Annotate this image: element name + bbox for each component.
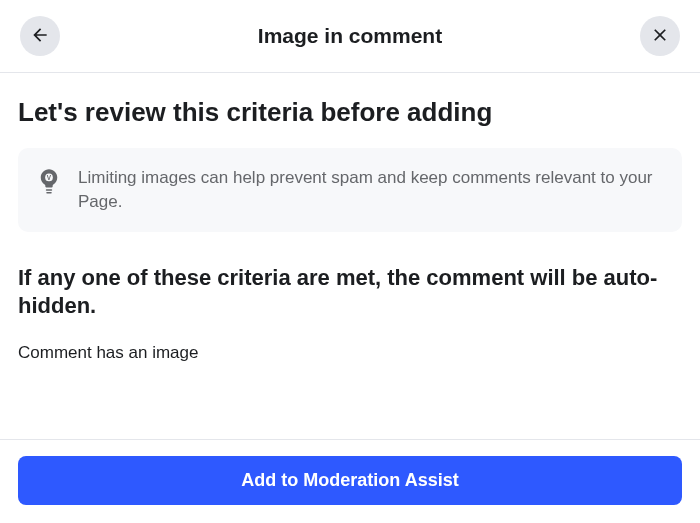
info-text: Limiting images can help prevent spam an…: [78, 166, 662, 214]
dialog-header: Image in comment: [0, 0, 700, 73]
review-heading: Let's review this criteria before adding: [18, 97, 682, 128]
close-icon: [650, 25, 670, 48]
dialog-title: Image in comment: [258, 24, 442, 48]
criteria-item: Comment has an image: [18, 343, 682, 363]
svg-text:V: V: [47, 174, 52, 181]
svg-rect-3: [46, 192, 52, 193]
dialog-footer: Add to Moderation Assist: [0, 439, 700, 523]
info-banner: V Limiting images can help prevent spam …: [18, 148, 682, 232]
dialog-content: Let's review this criteria before adding…: [0, 73, 700, 363]
back-button[interactable]: [20, 16, 60, 56]
criteria-heading: If any one of these criteria are met, th…: [18, 264, 682, 321]
arrow-left-icon: [30, 25, 50, 48]
svg-rect-2: [46, 189, 52, 190]
lightbulb-icon: V: [38, 168, 60, 196]
add-to-moderation-button[interactable]: Add to Moderation Assist: [18, 456, 682, 505]
close-button[interactable]: [640, 16, 680, 56]
